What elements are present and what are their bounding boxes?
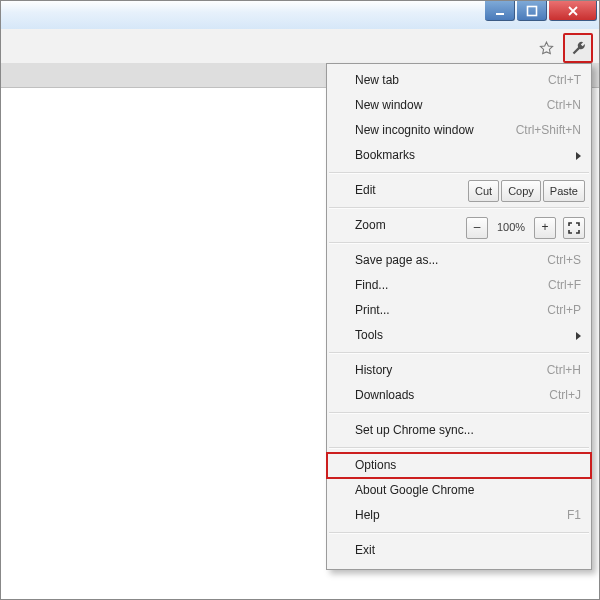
menu-label: Edit [355, 183, 376, 197]
menu-item-history[interactable]: History Ctrl+H [327, 358, 591, 383]
fullscreen-button[interactable] [563, 217, 585, 239]
window-titlebar [1, 1, 599, 30]
submenu-arrow-icon [576, 332, 581, 340]
menu-shortcut: Ctrl+S [547, 248, 581, 273]
wrench-menu: New tab Ctrl+T New window Ctrl+N New inc… [326, 63, 592, 570]
menu-shortcut: Ctrl+T [548, 68, 581, 93]
menu-label: Downloads [355, 388, 414, 402]
menu-label: Bookmarks [355, 148, 415, 162]
zoom-out-button[interactable]: – [466, 217, 488, 239]
menu-label: Save page as... [355, 253, 438, 267]
menu-item-sync[interactable]: Set up Chrome sync... [327, 418, 591, 443]
submenu-arrow-icon [576, 152, 581, 160]
menu-label: Options [355, 458, 396, 472]
menu-separator [329, 242, 589, 244]
menu-shortcut: Ctrl+P [547, 298, 581, 323]
menu-item-print[interactable]: Print... Ctrl+P [327, 298, 591, 323]
cut-button[interactable]: Cut [468, 180, 499, 202]
menu-separator [329, 447, 589, 449]
menu-item-downloads[interactable]: Downloads Ctrl+J [327, 383, 591, 408]
menu-label: Find... [355, 278, 388, 292]
wrench-menu-button[interactable] [563, 33, 593, 63]
zoom-level: 100% [491, 215, 531, 240]
menu-label: Tools [355, 328, 383, 342]
menu-separator [329, 207, 589, 209]
menu-item-about[interactable]: About Google Chrome [327, 478, 591, 503]
menu-item-zoom: Zoom – 100% + [327, 213, 591, 238]
svg-rect-0 [496, 13, 504, 15]
menu-shortcut: Ctrl+H [547, 358, 581, 383]
menu-shortcut: F1 [567, 503, 581, 528]
menu-label: Print... [355, 303, 390, 317]
menu-label: Exit [355, 543, 375, 557]
menu-shortcut: Ctrl+F [548, 273, 581, 298]
zoom-in-button[interactable]: + [534, 217, 556, 239]
menu-label: About Google Chrome [355, 483, 474, 497]
menu-item-edit: Edit Cut Copy Paste [327, 178, 591, 203]
fullscreen-icon [568, 222, 580, 234]
menu-item-bookmarks[interactable]: Bookmarks [327, 143, 591, 168]
menu-item-save-page[interactable]: Save page as... Ctrl+S [327, 248, 591, 273]
close-button[interactable] [549, 1, 597, 21]
svg-rect-1 [527, 6, 536, 15]
menu-label: New incognito window [355, 123, 474, 137]
menu-label: Set up Chrome sync... [355, 423, 474, 437]
menu-shortcut: Ctrl+J [549, 383, 581, 408]
copy-button[interactable]: Copy [501, 180, 541, 202]
menu-label: Help [355, 508, 380, 522]
menu-separator [329, 532, 589, 534]
menu-item-tools[interactable]: Tools [327, 323, 591, 348]
maximize-button[interactable] [517, 1, 547, 21]
menu-item-new-window[interactable]: New window Ctrl+N [327, 93, 591, 118]
menu-item-options[interactable]: Options [327, 453, 591, 478]
minimize-button[interactable] [485, 1, 515, 21]
menu-item-new-tab[interactable]: New tab Ctrl+T [327, 68, 591, 93]
menu-shortcut: Ctrl+N [547, 93, 581, 118]
menu-separator [329, 172, 589, 174]
menu-item-exit[interactable]: Exit [327, 538, 591, 563]
bookmark-star-icon[interactable] [533, 35, 559, 61]
menu-label: New tab [355, 73, 399, 87]
menu-separator [329, 352, 589, 354]
menu-separator [329, 412, 589, 414]
menu-shortcut: Ctrl+Shift+N [516, 118, 581, 143]
menu-label: History [355, 363, 392, 377]
menu-label: New window [355, 98, 422, 112]
menu-label: Zoom [355, 218, 386, 232]
menu-item-new-incognito[interactable]: New incognito window Ctrl+Shift+N [327, 118, 591, 143]
paste-button[interactable]: Paste [543, 180, 585, 202]
browser-toolbar [1, 29, 599, 64]
menu-item-help[interactable]: Help F1 [327, 503, 591, 528]
menu-item-find[interactable]: Find... Ctrl+F [327, 273, 591, 298]
